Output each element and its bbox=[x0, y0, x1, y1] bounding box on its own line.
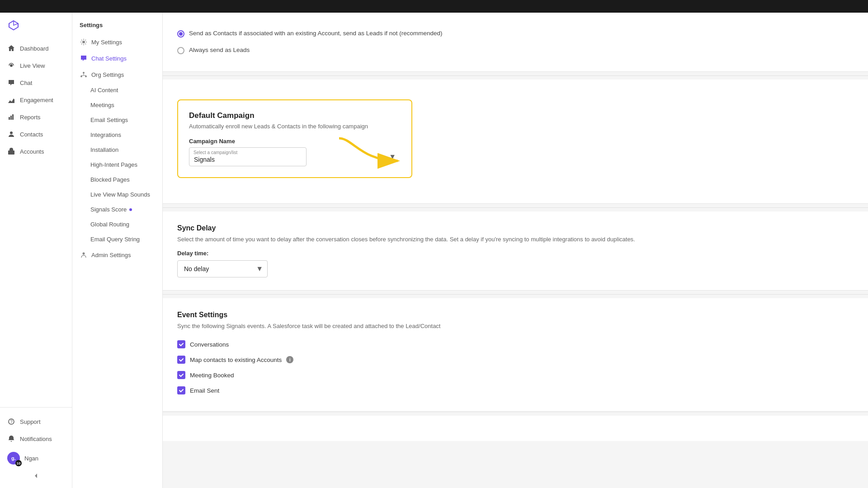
checkbox-map-contacts[interactable] bbox=[177, 356, 185, 364]
checkbox-email-sent[interactable] bbox=[177, 386, 185, 394]
svg-rect-2 bbox=[10, 116, 12, 120]
chat-icon bbox=[7, 79, 15, 87]
campaign-box: Default Campaign Automatically enroll ne… bbox=[177, 99, 412, 178]
home-icon bbox=[7, 44, 15, 52]
org-settings-icon bbox=[80, 70, 88, 79]
delay-label: Delay time: bbox=[177, 250, 854, 257]
svg-point-15 bbox=[83, 253, 85, 255]
sidebar-item-reports[interactable]: Reports bbox=[0, 108, 72, 126]
my-settings-icon bbox=[80, 38, 88, 46]
send-options-section: Send as Contacts if associated with an e… bbox=[163, 13, 868, 72]
settings-item-blocked-pages[interactable]: Blocked Pages bbox=[72, 172, 162, 187]
logo[interactable] bbox=[0, 13, 72, 36]
select-arrow-icon: ▼ bbox=[389, 153, 396, 161]
campaign-desc: Automatically enroll new Leads & Contact… bbox=[189, 123, 401, 130]
sidebar-item-liveview[interactable]: Live View bbox=[0, 57, 72, 74]
settings-sidebar: Settings My Settings Chat Settings Org S… bbox=[72, 0, 163, 488]
settings-item-email-query-string[interactable]: Email Query String bbox=[72, 232, 162, 247]
settings-item-signals-score[interactable]: Signals Score bbox=[72, 202, 162, 217]
settings-item-email-settings[interactable]: Email Settings bbox=[72, 113, 162, 127]
support-item[interactable]: ? Support bbox=[0, 413, 72, 430]
select-placeholder: Select a campaign/list bbox=[193, 150, 237, 155]
event-settings-section: Event Settings Sync the following Signal… bbox=[163, 298, 868, 411]
support-icon: ? bbox=[7, 418, 15, 426]
checkbox-meeting-booked[interactable] bbox=[177, 371, 185, 379]
event-settings-desc: Sync the following Signals events. A Sal… bbox=[177, 323, 854, 329]
settings-item-high-intent-pages[interactable]: High-Intent Pages bbox=[72, 157, 162, 172]
notification-badge: 10 bbox=[15, 460, 22, 466]
settings-section: My Settings Chat Settings Org Settings A… bbox=[72, 34, 162, 263]
sync-delay-section: Sync Delay Select the amount of time you… bbox=[163, 211, 868, 291]
settings-item-chat-settings[interactable]: Chat Settings bbox=[72, 50, 162, 66]
event-meeting-booked[interactable]: Meeting Booked bbox=[177, 367, 854, 383]
top-bar bbox=[0, 0, 868, 13]
settings-item-org-settings[interactable]: Org Settings bbox=[72, 66, 162, 83]
settings-item-meetings[interactable]: Meetings bbox=[72, 98, 162, 113]
event-email-sent[interactable]: Email Sent bbox=[177, 383, 854, 398]
svg-point-8 bbox=[82, 41, 85, 43]
event-settings-title: Event Settings bbox=[177, 311, 854, 319]
radio-recommended[interactable] bbox=[177, 30, 184, 38]
accounts-icon bbox=[7, 147, 15, 155]
event-conversations[interactable]: Conversations bbox=[177, 337, 854, 352]
svg-text:?: ? bbox=[10, 419, 13, 424]
engagement-icon bbox=[7, 96, 15, 104]
reports-icon bbox=[7, 113, 15, 121]
svg-point-4 bbox=[10, 131, 13, 134]
settings-title: Settings bbox=[72, 13, 162, 34]
chat-settings-icon bbox=[80, 54, 88, 62]
svg-rect-1 bbox=[9, 117, 10, 120]
send-option-always-leads: Always send as Leads bbox=[177, 42, 854, 59]
checkbox-conversations[interactable] bbox=[177, 340, 185, 348]
svg-point-10 bbox=[80, 75, 82, 77]
avatar: g. 10 bbox=[7, 452, 20, 465]
svg-point-0 bbox=[10, 64, 13, 67]
info-icon-map-contacts[interactable]: i bbox=[286, 356, 293, 363]
contacts-icon bbox=[7, 130, 15, 138]
collapse-button[interactable] bbox=[0, 469, 72, 483]
admin-settings-icon bbox=[80, 251, 88, 259]
settings-item-my-settings[interactable]: My Settings bbox=[72, 34, 162, 50]
campaign-name-label: Campaign Name bbox=[189, 138, 401, 145]
delay-select[interactable]: No delay 5 minutes 10 minutes 30 minutes… bbox=[177, 260, 268, 277]
settings-item-integrations[interactable]: Integrations bbox=[72, 127, 162, 142]
main-content: Send as Contacts if associated with an e… bbox=[163, 0, 868, 488]
event-map-contacts[interactable]: Map contacts to existing Accounts i bbox=[177, 352, 854, 367]
sync-delay-desc: Select the amount of time you want to de… bbox=[177, 236, 854, 243]
sidebar-item-chat[interactable]: Chat bbox=[0, 74, 72, 91]
svg-point-11 bbox=[85, 75, 87, 77]
nav-items: Dashboard Live View Chat Engagement Repo… bbox=[0, 36, 72, 407]
sidebar-item-dashboard[interactable]: Dashboard bbox=[0, 40, 72, 57]
svg-rect-5 bbox=[8, 150, 14, 155]
user-item[interactable]: g. 10 Ngan bbox=[0, 447, 72, 469]
sidebar: Dashboard Live View Chat Engagement Repo… bbox=[0, 0, 72, 488]
more-options-section bbox=[163, 416, 868, 441]
settings-item-global-routing[interactable]: Global Routing bbox=[72, 217, 162, 232]
bell-icon bbox=[7, 435, 15, 443]
sync-delay-title: Sync Delay bbox=[177, 224, 854, 232]
notifications-item[interactable]: Notifications bbox=[0, 430, 72, 447]
sidebar-item-accounts[interactable]: Accounts bbox=[0, 143, 72, 160]
send-option-recommended: Send as Contacts if associated with an e… bbox=[177, 25, 854, 42]
campaign-select-wrap: Select a campaign/list Signals ▼ bbox=[189, 147, 401, 166]
live-icon bbox=[7, 61, 15, 70]
signals-score-dot bbox=[129, 208, 132, 211]
sidebar-item-contacts[interactable]: Contacts bbox=[0, 126, 72, 143]
sidebar-bottom: ? Support Notifications g. 10 Ngan bbox=[0, 407, 72, 488]
default-campaign-section: Default Campaign Automatically enroll ne… bbox=[163, 80, 868, 204]
svg-rect-3 bbox=[12, 114, 14, 120]
settings-item-installation[interactable]: Installation bbox=[72, 142, 162, 157]
settings-item-ai-content[interactable]: AI Content bbox=[72, 83, 162, 98]
campaign-title: Default Campaign bbox=[189, 111, 401, 120]
logo-icon bbox=[7, 19, 20, 32]
sidebar-item-engagement[interactable]: Engagement bbox=[0, 91, 72, 108]
settings-item-admin-settings[interactable]: Admin Settings bbox=[72, 247, 162, 263]
radio-always-leads[interactable] bbox=[177, 47, 184, 54]
svg-point-9 bbox=[83, 72, 85, 74]
delay-select-wrap: No delay 5 minutes 10 minutes 30 minutes… bbox=[177, 260, 268, 277]
settings-item-live-view-map[interactable]: Live View Map Sounds bbox=[72, 187, 162, 202]
